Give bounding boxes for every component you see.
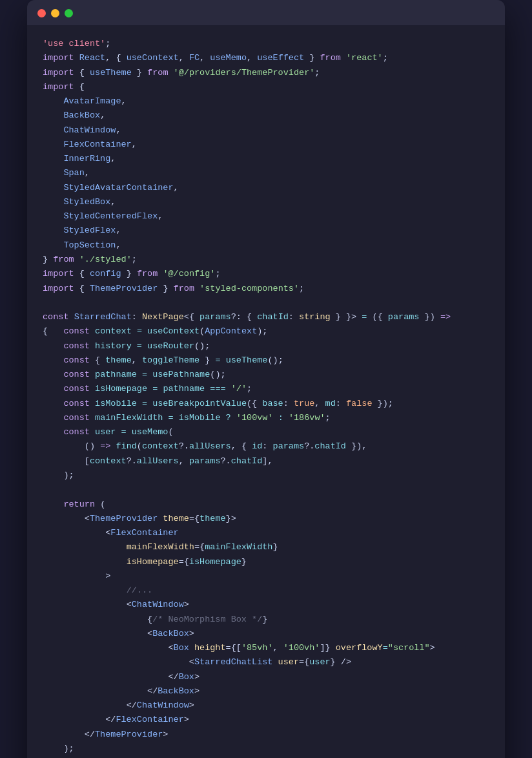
maximize-button[interactable] [65, 9, 73, 17]
close-button[interactable] [37, 9, 46, 17]
window-titlebar [27, 0, 505, 25]
minimize-button[interactable] [51, 9, 59, 17]
code-editor-window: 'use client'; import React, { useContext… [27, 0, 505, 758]
code-content: 'use client'; import React, { useContext… [27, 25, 505, 758]
